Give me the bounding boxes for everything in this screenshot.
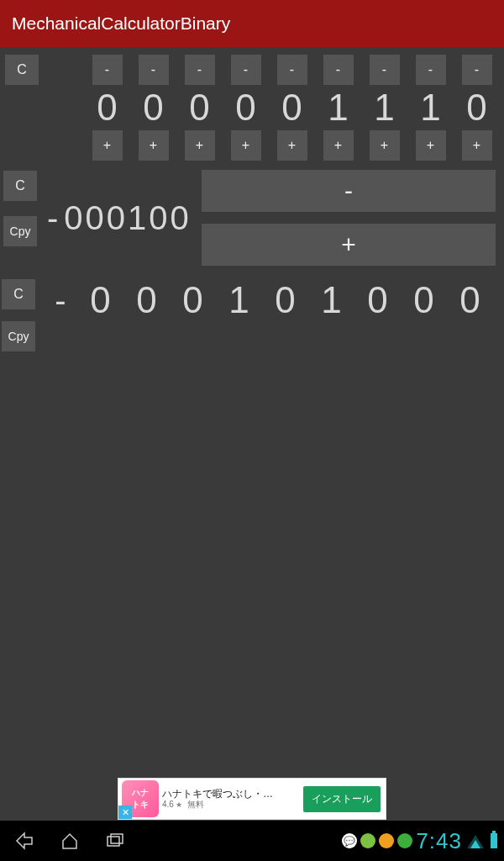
result-area: C Cpy - 0 0 0 1 0 1 0 0 0 [0, 267, 504, 355]
result-digit: 1 [216, 279, 262, 321]
add-button[interactable]: + [202, 224, 496, 266]
bit-minus-button[interactable]: - [416, 55, 446, 85]
counter-value: 000100 [64, 199, 191, 237]
bit-minus-button[interactable]: - [185, 55, 215, 85]
bit-digit: 0 [97, 87, 117, 129]
counter-sign: - [47, 199, 60, 237]
battery-icon [491, 833, 497, 848]
copy-counter-button[interactable]: Cpy [3, 216, 37, 246]
notification-icon[interactable]: 💬 [342, 833, 357, 848]
bit-digit: 1 [420, 87, 440, 129]
ad-text: ハナトキで暇つぶし・… 4.6 ★ 無料 [162, 788, 303, 810]
ad-banner-area: ✕ ハナ トキ ハナトキで暇つぶし・… 4.6 ★ 無料 インストール [0, 777, 504, 821]
home-icon[interactable] [59, 830, 81, 852]
bit-minus-row: C - - - - - - - - - [0, 54, 504, 86]
android-nav-bar: 💬 7:43 [0, 821, 504, 861]
result-digit: 1 [308, 279, 354, 321]
bit-plus-button[interactable]: + [277, 130, 307, 161]
bit-digits-row: 0 0 0 0 0 1 1 1 0 [0, 86, 504, 129]
ad-banner[interactable]: ✕ ハナ トキ ハナトキで暇つぶし・… 4.6 ★ 無料 インストール [118, 778, 386, 820]
ad-logo-text: ハナ [132, 787, 149, 799]
bit-plus-button[interactable]: + [462, 130, 492, 161]
result-digit: 0 [354, 279, 401, 321]
back-icon[interactable] [13, 830, 35, 852]
bit-digit: 0 [235, 87, 255, 129]
bit-minus-button[interactable]: - [323, 55, 354, 85]
result-digit: 0 [447, 279, 493, 321]
copy-result-button[interactable]: Cpy [2, 321, 35, 351]
app-title: MechanicalCalculatorBinary [12, 13, 230, 34]
ad-install-button[interactable]: インストール [303, 786, 381, 812]
bit-digit: 0 [466, 87, 486, 129]
result-digit: 0 [77, 279, 123, 321]
bit-plus-button[interactable]: + [231, 130, 261, 161]
ad-rating: 4.6 [162, 800, 174, 809]
bit-minus-button[interactable]: - [231, 55, 261, 85]
bit-register-area: C - - - - - - - - - 0 0 0 0 0 1 1 1 0 + … [0, 47, 504, 161]
result-digit: 0 [401, 279, 447, 321]
notification-icon[interactable] [360, 833, 375, 848]
bit-digit: 0 [143, 87, 163, 129]
subtract-button[interactable]: - [202, 170, 496, 212]
empty-space [0, 355, 504, 777]
bit-plus-button[interactable]: + [92, 130, 123, 161]
bit-minus-button[interactable]: - [92, 55, 123, 85]
bit-plus-button[interactable]: + [416, 130, 446, 161]
bit-minus-button[interactable]: - [139, 55, 169, 85]
svg-rect-0 [108, 837, 119, 846]
ad-title: ハナトキで暇つぶし・… [162, 788, 303, 800]
bit-minus-button[interactable]: - [277, 55, 307, 85]
bit-digit: 1 [374, 87, 394, 129]
bit-plus-button[interactable]: + [370, 130, 400, 161]
bit-plus-button[interactable]: + [323, 130, 354, 161]
ad-price: 無料 [187, 800, 204, 809]
svg-rect-1 [111, 834, 123, 843]
notification-icon[interactable] [379, 833, 394, 848]
bit-digit: 1 [328, 87, 348, 129]
bit-digit: 0 [281, 87, 302, 129]
ad-logo-text: トキ [132, 799, 149, 811]
wifi-icon [467, 833, 484, 848]
clear-counter-button[interactable]: C [3, 171, 37, 201]
bit-plus-button[interactable]: + [139, 130, 169, 161]
recent-apps-icon[interactable] [104, 830, 126, 852]
status-clock: 7:43 [416, 828, 462, 854]
notification-icon[interactable] [397, 833, 412, 848]
result-digit: 0 [262, 279, 308, 321]
clear-bits-button[interactable]: C [5, 55, 39, 85]
bit-minus-button[interactable]: - [462, 55, 492, 85]
ad-close-icon[interactable]: ✕ [118, 806, 132, 819]
result-digit: 0 [170, 279, 216, 321]
bit-minus-button[interactable]: - [370, 55, 400, 85]
app-titlebar: MechanicalCalculatorBinary [0, 0, 504, 47]
counter-display: -000100 [42, 170, 197, 266]
bit-digit: 0 [189, 87, 209, 129]
counter-area: C Cpy -000100 - + [0, 161, 504, 267]
star-icon: ★ [174, 800, 183, 809]
result-digit: 0 [123, 279, 170, 321]
result-sign: - [44, 282, 77, 320]
bit-plus-row: + + + + + + + + + [0, 129, 504, 161]
bit-plus-button[interactable]: + [185, 130, 215, 161]
